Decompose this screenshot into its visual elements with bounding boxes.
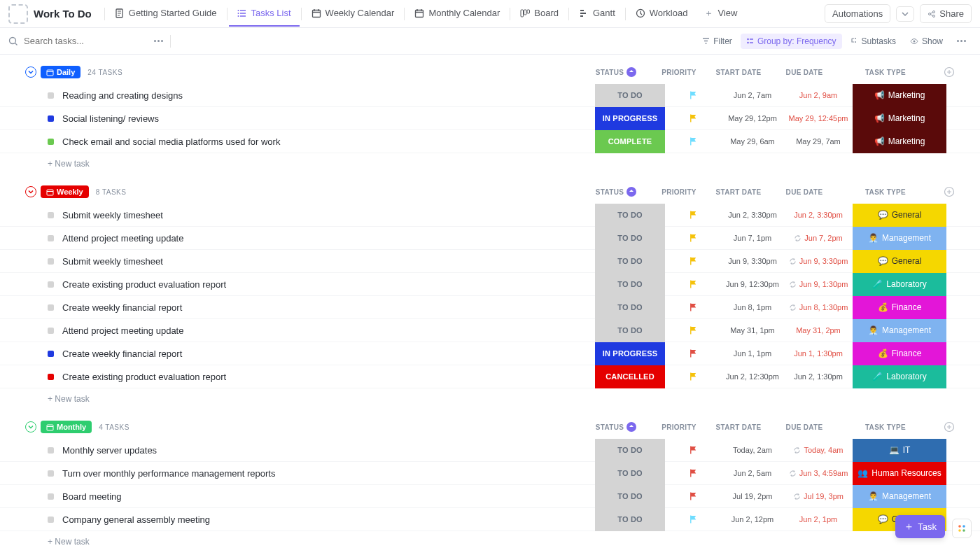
col-status[interactable]: STATUS — [581, 422, 651, 432]
add-column-icon[interactable] — [944, 421, 955, 433]
priority-cell[interactable] — [665, 204, 721, 227]
col-add[interactable] — [932, 421, 966, 433]
start-date-cell[interactable]: Jun 2, 12pm — [721, 508, 784, 531]
col-due-date[interactable]: DUE DATE — [770, 69, 839, 76]
group-badge[interactable]: Weekly — [41, 185, 89, 198]
status-cell[interactable]: TO DO — [595, 508, 665, 531]
due-date-cell[interactable]: Jun 9, 1:30pm — [784, 273, 853, 296]
status-cell[interactable]: TO DO — [595, 296, 665, 319]
task-type-cell[interactable]: 👨‍💼Management — [853, 227, 946, 250]
task-type-cell[interactable]: 📢Marketing — [853, 130, 946, 153]
add-column-icon[interactable] — [944, 66, 955, 78]
status-cell[interactable]: TO DO — [595, 204, 665, 227]
col-priority[interactable]: PRIORITY — [651, 188, 707, 196]
due-date-cell[interactable]: May 29, 7am — [784, 130, 853, 153]
task-type-cell[interactable]: 📢Marketing — [853, 84, 946, 107]
col-start-date[interactable]: START DATE — [707, 188, 770, 196]
due-date-cell[interactable]: Jun 2, 9am — [784, 84, 853, 107]
add-view-button[interactable]: ＋View — [696, 0, 746, 28]
due-date-cell[interactable]: Today, 4am — [784, 439, 853, 462]
filter-button[interactable]: Filter — [696, 34, 738, 49]
start-date-cell[interactable]: Jun 8, 1pm — [721, 296, 784, 319]
group-by-button[interactable]: Group by: Frequency — [741, 34, 842, 49]
sort-icon[interactable] — [626, 67, 636, 77]
start-date-cell[interactable]: Jun 7, 1pm — [721, 227, 784, 250]
priority-cell[interactable] — [665, 319, 721, 342]
priority-cell[interactable] — [665, 296, 721, 319]
search-input[interactable] — [24, 36, 136, 46]
status-cell[interactable]: CANCELLED — [595, 365, 665, 388]
due-date-cell[interactable]: Jun 9, 3:30pm — [784, 250, 853, 273]
status-cell[interactable]: TO DO — [595, 319, 665, 342]
priority-cell[interactable] — [665, 439, 721, 462]
workspace-icon[interactable] — [8, 4, 28, 24]
task-type-cell[interactable]: 👥Human Resources — [853, 462, 946, 485]
status-cell[interactable]: TO DO — [595, 485, 665, 508]
start-date-cell[interactable]: Jul 19, 2pm — [721, 485, 784, 508]
task-row[interactable]: Check email and social media platforms u… — [0, 130, 980, 153]
start-date-cell[interactable]: Jun 2, 5am — [721, 462, 784, 485]
priority-cell[interactable] — [665, 130, 721, 153]
search-more-icon[interactable] — [148, 37, 169, 45]
col-add[interactable] — [932, 186, 966, 197]
col-start-date[interactable]: START DATE — [707, 423, 770, 431]
task-type-cell[interactable]: 💰Finance — [853, 296, 946, 319]
nav-tab-tasks-list[interactable]: Tasks List — [229, 1, 300, 27]
start-date-cell[interactable]: May 29, 6am — [721, 130, 784, 153]
status-cell[interactable]: TO DO — [595, 439, 665, 462]
col-status[interactable]: STATUS — [581, 67, 651, 77]
start-date-cell[interactable]: Jun 2, 3:30pm — [721, 204, 784, 227]
col-start-date[interactable]: START DATE — [707, 69, 770, 76]
task-row[interactable]: Create existing product evaluation repor… — [0, 273, 980, 296]
task-row[interactable]: Social listening/ reviews IN PROGRESS Ma… — [0, 107, 980, 130]
new-task-button[interactable]: + New task — [0, 388, 980, 409]
priority-cell[interactable] — [665, 342, 721, 365]
add-column-icon[interactable] — [944, 186, 955, 197]
task-row[interactable]: Board meeting TO DO Jul 19, 2pm Jul 19, … — [0, 485, 980, 508]
task-row[interactable]: Submit weekly timesheet TO DO Jun 2, 3:3… — [0, 204, 980, 227]
col-priority[interactable]: PRIORITY — [651, 69, 707, 76]
due-date-cell[interactable]: Jun 8, 1:30pm — [784, 296, 853, 319]
priority-cell[interactable] — [665, 107, 721, 130]
due-date-cell[interactable]: Jun 2, 1:30pm — [784, 365, 853, 388]
status-cell[interactable]: COMPLETE — [595, 130, 665, 153]
priority-cell[interactable] — [665, 227, 721, 250]
collapse-toggle[interactable] — [25, 186, 36, 197]
start-date-cell[interactable]: Jun 2, 7am — [721, 84, 784, 107]
nav-tab-monthly-calendar[interactable]: Monthly Calendar — [406, 1, 508, 27]
status-cell[interactable]: TO DO — [595, 84, 665, 107]
priority-cell[interactable] — [665, 273, 721, 296]
col-task-type[interactable]: TASK TYPE — [839, 188, 932, 196]
task-row[interactable]: Submit weekly timesheet TO DO Jun 9, 3:3… — [0, 250, 980, 273]
start-date-cell[interactable]: Jun 9, 3:30pm — [721, 250, 784, 273]
collapse-toggle[interactable] — [25, 66, 36, 78]
priority-cell[interactable] — [665, 485, 721, 508]
nav-tab-board[interactable]: Board — [512, 1, 567, 27]
nav-tab-workload[interactable]: Workload — [627, 1, 696, 27]
task-row[interactable]: Attend project meeting update TO DO Jun … — [0, 227, 980, 250]
task-row[interactable]: Reading and creating designs TO DO Jun 2… — [0, 84, 980, 107]
due-date-cell[interactable]: May 29, 12:45pm — [784, 107, 853, 130]
priority-cell[interactable] — [665, 84, 721, 107]
task-row[interactable]: Turn over monthly performance management… — [0, 462, 980, 485]
status-cell[interactable]: TO DO — [595, 227, 665, 250]
nav-tab-gantt[interactable]: Gantt — [570, 1, 624, 27]
col-task-type[interactable]: TASK TYPE — [839, 69, 932, 76]
priority-cell[interactable] — [665, 508, 721, 531]
sort-icon[interactable] — [626, 422, 636, 432]
new-task-button[interactable]: + New task — [0, 531, 980, 548]
priority-cell[interactable] — [665, 462, 721, 485]
automations-dropdown[interactable] — [896, 6, 914, 22]
task-row[interactable]: Create weekly financial report IN PROGRE… — [0, 342, 980, 365]
due-date-cell[interactable]: Jun 2, 1pm — [784, 508, 853, 531]
start-date-cell[interactable]: May 31, 1pm — [721, 319, 784, 342]
task-type-cell[interactable]: 🧪Laboratory — [853, 365, 946, 388]
due-date-cell[interactable]: Jun 2, 3:30pm — [784, 204, 853, 227]
sort-icon[interactable] — [626, 187, 636, 197]
task-row[interactable]: Create existing product evaluation repor… — [0, 365, 980, 388]
status-cell[interactable]: TO DO — [595, 462, 665, 485]
status-cell[interactable]: IN PROGRESS — [595, 107, 665, 130]
task-row[interactable]: Monthly server updates TO DO Today, 2am … — [0, 439, 980, 462]
collapse-toggle[interactable] — [25, 421, 36, 433]
due-date-cell[interactable]: May 31, 2pm — [784, 319, 853, 342]
